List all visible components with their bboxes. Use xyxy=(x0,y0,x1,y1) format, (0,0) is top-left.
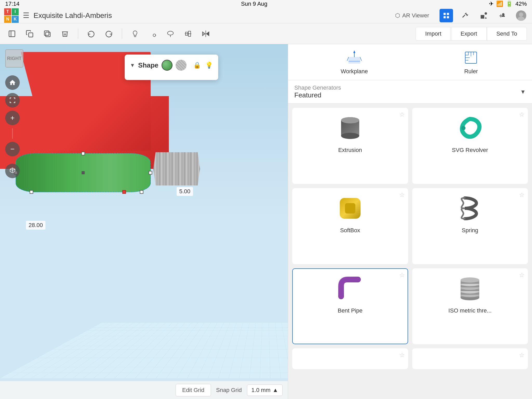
workplane-button[interactable]: Workplane xyxy=(341,49,368,75)
fit-icon xyxy=(9,97,16,104)
hammer-button[interactable] xyxy=(458,9,472,22)
snap-value-selector[interactable]: 1.0 mm ▲ xyxy=(247,384,283,396)
zoom-in-button[interactable]: + xyxy=(5,111,20,125)
svg-point-40 xyxy=(461,126,466,130)
svg-rect-11 xyxy=(29,33,33,37)
handle-center[interactable] xyxy=(82,171,85,174)
section-chevron-icon[interactable]: ▼ xyxy=(520,89,526,95)
home-view-button[interactable] xyxy=(5,75,20,90)
lasso-button[interactable] xyxy=(164,27,177,41)
shape-card-extra-2[interactable]: ☆ xyxy=(412,348,528,369)
color-gray-option[interactable] xyxy=(176,60,187,71)
undo-button[interactable] xyxy=(84,27,98,41)
battery-pct: 42% xyxy=(515,1,527,7)
favorite-star-softbox[interactable]: ☆ xyxy=(399,191,405,198)
grid-view-button[interactable] xyxy=(440,9,453,22)
svg-rect-28 xyxy=(349,61,360,62)
svg-revolver-image xyxy=(454,112,486,144)
handle-bottom-right[interactable] xyxy=(140,190,143,194)
fit-view-button[interactable] xyxy=(5,93,20,108)
svg-rect-1 xyxy=(447,13,449,15)
avatar xyxy=(516,10,526,21)
mirror-icon xyxy=(202,30,210,38)
shape-card-extra-1[interactable]: ☆ xyxy=(292,348,408,369)
screw-body xyxy=(153,148,200,190)
favorite-star-bent-pipe[interactable]: ☆ xyxy=(399,271,405,279)
redo-button[interactable] xyxy=(102,27,116,41)
copy-button[interactable] xyxy=(23,27,36,41)
status-bar: 17:14 Sun 9 Aug ✈ 📶 🔋 42% xyxy=(0,0,532,8)
duplicate-button[interactable] xyxy=(41,27,54,41)
svg-line-26 xyxy=(347,57,349,61)
shapes-button[interactable] xyxy=(477,9,490,22)
screw-object[interactable] xyxy=(151,143,203,195)
view-cube-face[interactable]: RIGHT xyxy=(5,49,23,68)
shape-popup-header: ▼ Shape 🔒 💡 xyxy=(130,60,213,71)
favorite-star-extrusion[interactable]: ☆ xyxy=(399,111,405,118)
tinkercad-logo[interactable]: T I N K xyxy=(4,8,19,23)
favorite-star-extra-1[interactable]: ☆ xyxy=(399,351,405,359)
airplane-icon: ✈ xyxy=(489,1,494,7)
send-to-button[interactable]: Send To xyxy=(487,27,527,41)
delete-button[interactable] xyxy=(58,27,72,41)
edit-grid-button[interactable]: Edit Grid xyxy=(176,384,211,396)
3d-view-button[interactable] xyxy=(5,164,20,178)
favorite-star-svg-revolver[interactable]: ☆ xyxy=(519,111,525,118)
favorite-star-iso-metric[interactable]: ☆ xyxy=(519,271,525,279)
plus-icon: + xyxy=(10,114,15,122)
svg-line-27 xyxy=(360,57,362,61)
handle-top[interactable] xyxy=(81,152,85,155)
shape-tool-button[interactable] xyxy=(146,27,159,41)
handle-bottom-left[interactable] xyxy=(30,190,33,194)
spring-label: Spring xyxy=(462,227,478,234)
new-design-button[interactable] xyxy=(5,27,19,41)
hamburger-button[interactable]: ☰ xyxy=(23,11,29,20)
svg-point-39 xyxy=(341,117,359,123)
status-icons: ✈ 📶 🔋 42% xyxy=(489,1,527,7)
add-user-button[interactable] xyxy=(496,9,509,22)
shape-card-bent-pipe[interactable]: ☆ Bent Pipe xyxy=(292,268,408,344)
export-button[interactable]: Export xyxy=(451,27,487,41)
favorite-star-spring[interactable]: ☆ xyxy=(519,191,525,198)
align-button[interactable] xyxy=(181,27,195,41)
ar-viewer-label: AR Viewer xyxy=(402,12,429,19)
svg-rect-0 xyxy=(444,13,446,15)
section-header[interactable]: Shape Generators Featured ▼ xyxy=(288,80,532,104)
action-buttons-group: Import Export Send To xyxy=(416,27,527,41)
lock-icon[interactable]: 🔒 xyxy=(193,62,201,69)
section-header-text: Shape Generators Featured xyxy=(294,84,341,99)
color-green-option[interactable] xyxy=(162,60,172,71)
avatar-button[interactable] xyxy=(514,9,528,22)
lightbulb-popup-icon[interactable]: 💡 xyxy=(205,62,213,69)
import-button[interactable]: Import xyxy=(416,27,451,41)
light-bulb-button[interactable] xyxy=(128,27,142,41)
svg-marker-22 xyxy=(207,32,209,36)
shape-card-svg-revolver[interactable]: ☆ SVG Revolver xyxy=(412,108,528,184)
mirror-button[interactable] xyxy=(199,27,212,41)
shape-card-iso-metric[interactable]: ☆ xyxy=(412,268,528,344)
view-cube-label: RIGHT xyxy=(7,56,22,61)
shape-card-extrusion[interactable]: ☆ Extrusion xyxy=(292,108,408,184)
minus-icon: − xyxy=(10,145,15,153)
snap-chevron-icon: ▲ xyxy=(272,387,278,394)
favorite-star-extra-2[interactable]: ☆ xyxy=(519,351,525,359)
softbox-image xyxy=(335,193,366,224)
handle-red[interactable] xyxy=(122,190,126,194)
shape-card-spring[interactable]: ☆ Spring xyxy=(412,188,528,264)
shapes-icon xyxy=(480,12,487,19)
view-cube[interactable]: RIGHT xyxy=(5,49,29,73)
iso-metric-image xyxy=(454,273,486,304)
popup-icons: 🔒 💡 xyxy=(193,62,213,69)
zoom-out-button[interactable]: − xyxy=(5,142,20,156)
svg-rect-2 xyxy=(444,16,446,18)
green-cylinder-object[interactable] xyxy=(16,153,151,192)
ruler-button[interactable]: Ruler xyxy=(463,49,479,75)
ar-viewer-button[interactable]: ⬡ AR Viewer xyxy=(390,10,434,21)
svg-point-7 xyxy=(519,12,523,17)
lasso-icon xyxy=(167,30,174,38)
svg-marker-25 xyxy=(353,50,355,53)
cube-icon xyxy=(9,167,16,175)
popup-chevron-icon[interactable]: ▼ xyxy=(130,62,135,68)
shape-card-softbox[interactable]: ☆ SoftBox xyxy=(292,188,408,264)
svg-point-38 xyxy=(341,133,359,139)
